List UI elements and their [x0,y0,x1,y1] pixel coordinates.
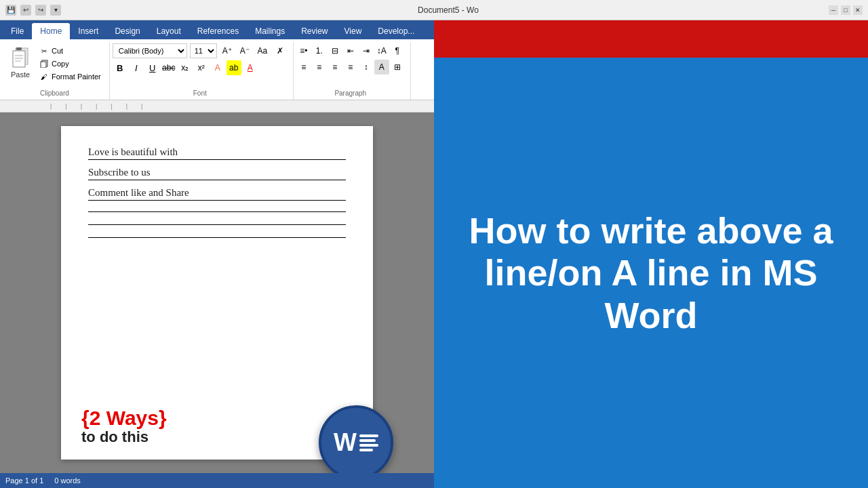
paste-icon [9,46,31,70]
save-icon[interactable]: 💾 [5,5,16,16]
svg-rect-2 [16,47,22,50]
font-family-select[interactable]: Calibri (Body) [113,43,187,58]
font-group-content: Calibri (Body) 11 A⁺ A⁻ Aa ✗ B I U [113,43,288,86]
show-formatting-button[interactable]: ¶ [390,43,405,58]
font-group-label: Font [113,87,288,97]
word-count: 0 words [54,476,81,485]
shading-button[interactable]: A [374,60,389,75]
window-controls[interactable]: ─ □ ✕ [829,5,863,15]
word-app-icon: W [319,405,393,473]
line-spacing-button[interactable]: ↕ [359,60,374,75]
font-row1: Calibri (Body) 11 A⁺ A⁻ Aa ✗ [113,43,288,58]
doc-line-3: Comment like and Share [88,187,346,201]
customize-icon[interactable]: ▾ [50,5,61,16]
format-painter-label: Format Painter [52,73,101,81]
tutorial-heading: How to write above a line/on A line in M… [454,209,848,336]
format-painter-button[interactable]: 🖌 Format Painter [37,70,104,83]
word-icon-lines [359,434,378,451]
italic-button[interactable]: I [129,60,144,75]
align-left-button[interactable]: ≡ [296,60,311,75]
tab-layout[interactable]: Layout [149,23,189,39]
decrease-font-button[interactable]: A⁻ [237,43,252,58]
tutorial-red-bar [434,20,868,58]
word-panel: File Home Insert Design Layout Reference… [0,20,434,488]
paragraph-row1: ≡• 1. ⊟ ⇤ ⇥ ↕A ¶ [296,43,405,58]
paste-button[interactable]: Paste [5,43,35,81]
font-color-button[interactable]: A [243,60,258,75]
tab-mailings[interactable]: Mailings [247,23,293,39]
align-right-button[interactable]: ≡ [328,60,342,75]
increase-indent-button[interactable]: ⇥ [359,43,374,58]
cut-button[interactable]: ✂ Cut [37,45,104,57]
tab-review[interactable]: Review [293,23,336,39]
document-page: Love is beautiful with Subscribe to us C… [61,126,373,460]
bold-button[interactable]: B [113,60,127,75]
underline-1 [88,159,346,160]
doc-text-2: Subscribe to us [88,167,346,180]
tab-insert[interactable]: Insert [70,23,106,39]
redo-icon[interactable]: ↪ [35,5,46,16]
bullets-button[interactable]: ≡• [296,43,311,58]
borders-button[interactable]: ⊞ [390,60,405,75]
title-bar-quick-access[interactable]: 💾 ↩ ↪ ▾ [5,5,61,16]
paragraph-group: ≡• 1. ⊟ ⇤ ⇥ ↕A ¶ ≡ ≡ ≡ ≡ ↕ A [294,42,411,100]
font-size-select[interactable]: 11 [190,43,217,58]
ruler: | | | | | | | [0,100,434,113]
close-button[interactable]: ✕ [853,5,863,15]
text-effects-button[interactable]: A [210,60,225,75]
page-info: Page 1 of 1 [5,476,43,485]
doc-line-1: Love is beautiful with [88,146,346,160]
strikethrough-button[interactable]: abc [161,60,176,75]
multilevel-list-button[interactable]: ⊟ [328,43,342,58]
tab-home[interactable]: Home [32,23,70,39]
copy-icon [39,59,49,68]
tab-design[interactable]: Design [106,23,148,39]
clipboard-small-buttons: ✂ Cut Copy [37,45,104,83]
numbering-button[interactable]: 1. [312,43,327,58]
svg-rect-1 [13,51,25,67]
tab-develop[interactable]: Develop... [370,23,422,39]
copy-label: Copy [52,60,69,68]
highlight-button[interactable]: ab [226,60,241,75]
tutorial-panel: How to write above a line/on A line in M… [434,20,868,488]
subscript-button[interactable]: x₂ [178,60,193,75]
underline-3 [88,200,346,201]
word-letter: W [334,428,357,457]
justify-button[interactable]: ≡ [343,60,358,75]
doc-text-3: Comment like and Share [88,187,346,200]
undo-icon[interactable]: ↩ [20,5,31,16]
superscript-button[interactable]: x² [194,60,209,75]
underline-2 [88,180,346,180]
paragraph-row2: ≡ ≡ ≡ ≡ ↕ A ⊞ [296,60,405,75]
paragraph-group-content: ≡• 1. ⊟ ⇤ ⇥ ↕A ¶ ≡ ≡ ≡ ≡ ↕ A [296,43,405,86]
clipboard-group-content: Paste ✂ Cut [5,43,104,86]
tab-references[interactable]: References [189,23,247,39]
tab-file[interactable]: File [3,23,32,39]
minimize-button[interactable]: ─ [829,5,838,15]
increase-font-button[interactable]: A⁺ [220,43,235,58]
clipboard-group: Paste ✂ Cut [3,42,110,100]
word-icon-line-1 [359,434,378,437]
maximize-button[interactable]: □ [841,5,850,15]
font-row2: B I U abc x₂ x² A ab A [113,60,258,75]
blank-lines-group [88,211,346,238]
change-case-button[interactable]: Aa [255,43,270,58]
clear-formatting-button[interactable]: ✗ [273,43,288,58]
title-bar: 💾 ↩ ↪ ▾ Document5 - Wo ─ □ ✕ [0,0,868,20]
tab-view[interactable]: View [336,23,370,39]
cut-label: Cut [52,47,63,55]
word-icon-line-4 [359,449,373,451]
word-icon-inner: W [334,428,378,457]
paragraph-group-label: Paragraph [296,87,405,97]
document-area[interactable]: Love is beautiful with Subscribe to us C… [0,113,434,473]
underline-button[interactable]: U [145,60,160,75]
word-icon-line-3 [359,444,378,447]
copy-button[interactable]: Copy [37,58,104,70]
align-center-button[interactable]: ≡ [312,60,327,75]
sort-button[interactable]: ↕A [374,43,389,58]
ribbon-tabs[interactable]: File Home Insert Design Layout Reference… [0,20,434,39]
decrease-indent-button[interactable]: ⇤ [343,43,358,58]
window-title: Document5 - Wo [68,5,829,15]
ribbon-content: Paste ✂ Cut [0,39,434,100]
doc-line-2: Subscribe to us [88,167,346,180]
